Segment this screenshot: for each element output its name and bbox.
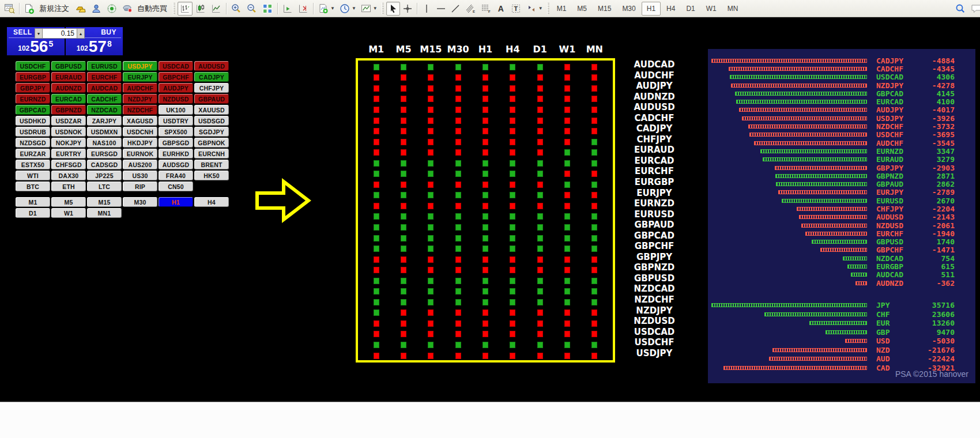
- new-chart-icon[interactable]: [2, 2, 17, 16]
- tile-windows-icon[interactable]: [260, 2, 275, 16]
- toolbar-timeframe-h1[interactable]: H1: [642, 2, 661, 16]
- symbol-button-usdjpy[interactable]: USDJPY: [123, 61, 157, 71]
- toolbar-timeframe-h4[interactable]: H4: [661, 2, 680, 16]
- symbol-button-xagusd[interactable]: XAGUSD: [123, 116, 157, 126]
- text-tool-icon[interactable]: A: [494, 2, 508, 16]
- symbol-button-cadjpy[interactable]: CADJPY: [194, 72, 229, 82]
- grid-timeframe-button-h1[interactable]: H1: [159, 197, 193, 207]
- accounts-icon[interactable]: [89, 2, 104, 16]
- chart-shift-icon[interactable]: [296, 2, 311, 16]
- grid-timeframe-button-w1[interactable]: W1: [51, 208, 86, 218]
- sell-button[interactable]: SELL: [13, 28, 32, 36]
- cursor-icon[interactable]: [386, 2, 400, 16]
- symbol-button-rip[interactable]: RIP: [123, 182, 157, 191]
- symbol-button-usdmxn[interactable]: USDMXN: [87, 127, 122, 137]
- toolbar-timeframe-m1[interactable]: M1: [552, 2, 572, 16]
- symbol-button-eurchf[interactable]: EURCHF: [87, 72, 122, 82]
- symbol-button-usdchf[interactable]: USDCHF: [16, 61, 50, 71]
- chat-icon[interactable]: [968, 2, 980, 16]
- symbol-button-audjpy[interactable]: AUDJPY: [159, 83, 193, 93]
- symbol-button-audnzd[interactable]: AUDNZD: [51, 83, 86, 93]
- symbol-button-us30[interactable]: US30: [123, 171, 157, 180]
- symbol-button-uk100[interactable]: UK100: [159, 105, 193, 115]
- symbol-button-chfsgd[interactable]: CHFSGD: [51, 160, 86, 169]
- symbol-button-cn50[interactable]: CN50: [159, 182, 193, 191]
- symbol-button-fra40[interactable]: FRA40: [159, 171, 193, 180]
- symbol-button-gbpchf[interactable]: GBPCHF: [159, 72, 193, 82]
- grid-timeframe-button-m5[interactable]: M5: [51, 197, 86, 207]
- trendline-icon[interactable]: [448, 2, 462, 16]
- symbol-button-aus200[interactable]: AUS200: [123, 160, 157, 169]
- toolbar-timeframe-m5[interactable]: M5: [572, 2, 592, 16]
- symbol-button-eurjpy[interactable]: EURJPY: [123, 72, 157, 82]
- symbol-button-eursgd[interactable]: EURSGD: [87, 149, 122, 158]
- toolbar-timeframe-d1[interactable]: D1: [681, 2, 700, 16]
- line-chart-icon[interactable]: [209, 2, 224, 16]
- symbol-button-gbpusd[interactable]: GBPUSD: [51, 61, 86, 71]
- symbol-button-ltc[interactable]: LTC: [87, 182, 122, 191]
- lot-size-input[interactable]: 0.15: [43, 28, 77, 39]
- symbol-button-btc[interactable]: BTC: [16, 182, 50, 191]
- symbol-button-eurnok[interactable]: EURNOK: [123, 149, 157, 158]
- grid-timeframe-button-m1[interactable]: M1: [16, 197, 50, 207]
- symbol-button-nzdchf[interactable]: NZDCHF: [123, 105, 157, 115]
- auto-trading-label[interactable]: 自動売買: [137, 3, 167, 14]
- grid-timeframe-button-m30[interactable]: M30: [123, 197, 157, 207]
- symbol-button-usdhkd[interactable]: USDHKD: [16, 116, 50, 126]
- add-indicator-icon[interactable]: ▼: [316, 2, 337, 16]
- auto-scroll-icon[interactable]: [280, 2, 295, 16]
- symbol-button-eurgbp[interactable]: EURGBP: [16, 72, 50, 82]
- symbol-button-nokjpy[interactable]: NOKJPY: [51, 138, 86, 148]
- template-icon[interactable]: ▼: [359, 2, 379, 16]
- toolbar-timeframe-m15[interactable]: M15: [593, 2, 616, 16]
- grid-timeframe-button-d1[interactable]: D1: [16, 208, 50, 218]
- symbol-button-usdnok[interactable]: USDNOK: [51, 127, 86, 137]
- lot-decrease-button[interactable]: ▼: [35, 28, 43, 39]
- lot-increase-button[interactable]: ▲: [77, 28, 85, 39]
- symbol-button-xauusd[interactable]: XAUUSD: [194, 105, 229, 115]
- vertical-line-icon[interactable]: [420, 2, 434, 16]
- symbol-button-usdrub[interactable]: USDRUB: [16, 127, 50, 137]
- periods-icon[interactable]: ▼: [337, 2, 358, 16]
- fibonacci-grid-icon[interactable]: F: [478, 2, 493, 16]
- symbol-button-gbpaud[interactable]: GBPAUD: [194, 94, 229, 104]
- symbol-button-cadchf[interactable]: CADCHF: [87, 94, 122, 104]
- symbol-button-audusd[interactable]: AUDUSD: [194, 61, 229, 71]
- symbol-button-nzdjpy[interactable]: NZDJPY: [123, 94, 157, 104]
- market-watch-icon[interactable]: [104, 2, 119, 16]
- grid-timeframe-button-mn1[interactable]: MN1: [87, 208, 122, 218]
- arrows-tool-icon[interactable]: ▼: [524, 2, 545, 16]
- symbol-button-jp225[interactable]: JP225: [87, 171, 122, 180]
- symbol-button-gbpsgd[interactable]: GBPSGD: [159, 138, 193, 148]
- symbol-button-eurhkd[interactable]: EURHKD: [159, 149, 193, 158]
- symbol-button-usdcad[interactable]: USDCAD: [159, 61, 193, 71]
- buy-button[interactable]: BUY: [101, 28, 116, 36]
- toolbar-timeframe-m30[interactable]: M30: [617, 2, 640, 16]
- symbol-button-zarjpy[interactable]: ZARJPY: [87, 116, 122, 126]
- symbol-button-eurtry[interactable]: EURTRY: [51, 149, 86, 158]
- symbol-button-euraud[interactable]: EURAUD: [51, 72, 86, 82]
- symbol-button-dax30[interactable]: DAX30: [51, 171, 86, 180]
- symbol-button-gbpnzd[interactable]: GBPNZD: [51, 105, 86, 115]
- auto-trading-icon[interactable]: [120, 2, 135, 16]
- symbol-button-eth[interactable]: ETH: [51, 182, 86, 191]
- symbol-button-usdsgd[interactable]: USDSGD: [194, 116, 229, 126]
- text-label-icon[interactable]: T: [508, 2, 523, 16]
- symbol-button-usdzar[interactable]: USDZAR: [51, 116, 86, 126]
- symbol-button-audsgd[interactable]: AUDSGD: [159, 160, 193, 169]
- new-order-icon[interactable]: [22, 2, 37, 16]
- toolbar-timeframe-w1[interactable]: W1: [701, 2, 722, 16]
- symbol-button-usdcnh[interactable]: USDCNH: [123, 127, 157, 137]
- symbol-button-eurcnh[interactable]: EURCNH: [194, 149, 229, 158]
- toolbar-timeframe-mn[interactable]: MN: [722, 2, 744, 16]
- symbol-button-brent[interactable]: BRENT: [194, 160, 229, 169]
- search-icon[interactable]: [953, 2, 968, 16]
- symbol-button-gbpjpy[interactable]: GBPJPY: [16, 83, 50, 93]
- symbol-button-audcad[interactable]: AUDCAD: [87, 83, 122, 93]
- symbol-button-audchf[interactable]: AUDCHF: [123, 83, 157, 93]
- symbol-button-cadsgd[interactable]: CADSGD: [87, 160, 122, 169]
- symbol-button-gbpnok[interactable]: GBPNOK: [194, 138, 229, 148]
- symbol-button-eurcad[interactable]: EURCAD: [51, 94, 86, 104]
- grid-timeframe-button-h4[interactable]: H4: [194, 197, 229, 207]
- zoom-out-icon[interactable]: [244, 2, 259, 16]
